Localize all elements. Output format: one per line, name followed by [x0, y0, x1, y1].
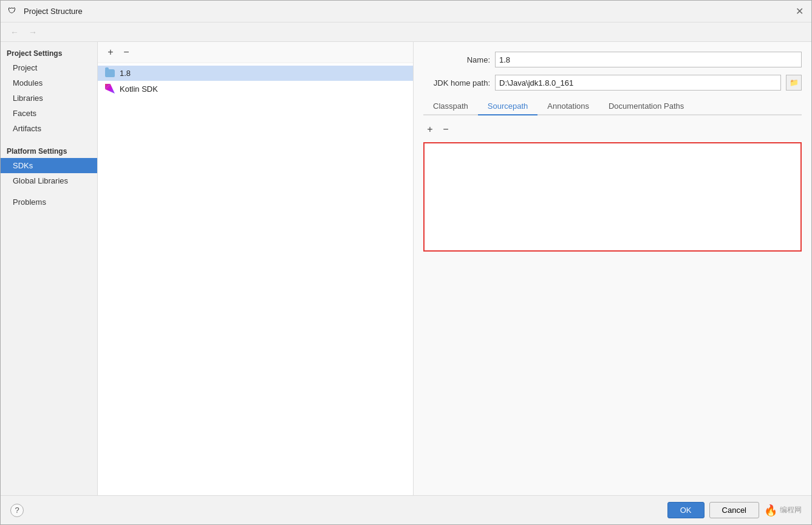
sidebar-item-problems[interactable]: Problems: [1, 194, 97, 210]
kotlin-icon: [105, 84, 115, 94]
tab-sourcepath[interactable]: Sourcepath: [478, 98, 538, 115]
sidebar-item-sdks[interactable]: SDKs: [1, 158, 97, 173]
back-button[interactable]: ←: [8, 26, 21, 38]
dialog-title: Project Structure: [24, 7, 83, 16]
sidebar-item-facets[interactable]: Facets: [1, 106, 97, 121]
tab-classpath[interactable]: Classpath: [423, 98, 478, 115]
tab-documentation-paths[interactable]: Documentation Paths: [599, 98, 694, 115]
sourcepath-panel: + − Nothing to show: [423, 120, 802, 486]
kotlin-sdk-label: Kotlin SDK: [120, 84, 158, 94]
sdk-list: 1.8: [98, 63, 413, 495]
browse-button[interactable]: 📁: [786, 75, 802, 91]
cancel-button[interactable]: Cancel: [709, 502, 759, 518]
sidebar-item-artifacts[interactable]: Artifacts: [1, 121, 97, 136]
jdk-home-input[interactable]: [495, 75, 781, 91]
title-bar: 🛡 Project Structure ✕: [1, 1, 811, 22]
footer-left: ?: [10, 504, 663, 517]
sidebar: Project Settings Project Modules Librari…: [1, 42, 98, 495]
jdk-home-label: JDK home path:: [423, 78, 490, 88]
dialog-footer: ? OK Cancel 🔥 编程网: [1, 495, 811, 524]
remove-sdk-button[interactable]: −: [120, 46, 133, 59]
sidebar-item-global-libraries[interactable]: Global Libraries: [1, 173, 97, 188]
middle-panel: + − 1.8: [98, 42, 414, 495]
middle-toolbar: + −: [98, 42, 413, 63]
add-path-button[interactable]: +: [423, 123, 437, 136]
sidebar-item-modules[interactable]: Modules: [1, 75, 97, 91]
sidebar-item-libraries[interactable]: Libraries: [1, 91, 97, 106]
tab-annotations[interactable]: Annotations: [537, 98, 599, 115]
sdk-item-label: 1.8: [120, 69, 131, 78]
folder-icon: [105, 69, 115, 77]
add-sdk-button[interactable]: +: [104, 46, 117, 59]
sidebar-gap: [1, 136, 97, 142]
sdk-item-kotlin[interactable]: Kotlin SDK: [98, 81, 413, 97]
watermark: 🔥 编程网: [764, 504, 802, 517]
close-button[interactable]: ✕: [794, 7, 804, 16]
title-bar-left: 🛡 Project Structure: [8, 6, 83, 17]
nav-bar: ← →: [1, 22, 811, 42]
forward-button[interactable]: →: [26, 26, 39, 38]
right-panel: Name: JDK home path: 📁 Classpath Sourcep…: [414, 42, 811, 495]
tabs-bar: Classpath Sourcepath Annotations Documen…: [423, 98, 802, 115]
app-icon: 🛡: [8, 6, 19, 17]
jdk-home-field-row: JDK home path: 📁: [423, 75, 802, 91]
remove-path-button[interactable]: −: [439, 123, 452, 136]
sourcepath-list: [423, 142, 802, 252]
ok-button[interactable]: OK: [667, 502, 705, 518]
project-settings-label: Project Settings: [1, 44, 97, 60]
content-area: Project Settings Project Modules Librari…: [1, 42, 811, 495]
sdk-item-1.8[interactable]: 1.8: [98, 66, 413, 81]
platform-settings-label: Platform Settings: [1, 142, 97, 158]
help-button[interactable]: ?: [10, 504, 24, 517]
sidebar-item-project[interactable]: Project: [1, 60, 97, 75]
project-structure-dialog: 🛡 Project Structure ✕ ← → Project Settin…: [0, 0, 812, 525]
sourcepath-toolbar: + −: [423, 120, 802, 139]
name-label: Name:: [423, 55, 490, 64]
sidebar-gap2: [1, 188, 97, 194]
name-field-row: Name:: [423, 52, 802, 67]
name-input[interactable]: [495, 52, 802, 67]
